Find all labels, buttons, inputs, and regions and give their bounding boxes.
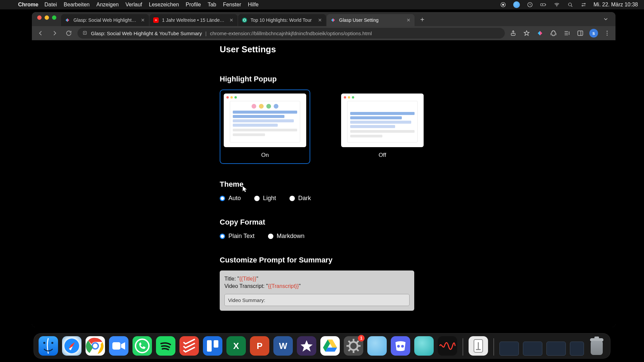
radio-icon xyxy=(254,196,260,201)
tab-close-icon[interactable]: ✕ xyxy=(406,17,411,23)
tab-close-icon[interactable]: ✕ xyxy=(229,17,234,23)
radio-icon xyxy=(268,234,273,239)
dock-app-powerpoint[interactable]: P xyxy=(250,336,269,356)
svg-point-18 xyxy=(43,342,45,344)
menu-hilfe[interactable]: Hilfe xyxy=(248,2,259,8)
menu-fenster[interactable]: Fenster xyxy=(223,2,241,8)
dock-app-safari[interactable] xyxy=(62,336,82,356)
glasp-extension-icon[interactable] xyxy=(535,28,545,38)
svg-rect-4 xyxy=(545,4,546,5)
dock-app-spotify[interactable] xyxy=(156,336,175,356)
dock: X P W 1 xyxy=(34,333,610,359)
side-panel-button[interactable] xyxy=(575,28,585,38)
dock-minimized-window[interactable] xyxy=(546,342,566,356)
radio-icon xyxy=(289,196,295,201)
dock-app-finder[interactable] xyxy=(39,336,58,356)
dock-app-todoist[interactable] xyxy=(179,336,199,356)
tab-youtube-weltreise[interactable]: 1 Jahr Weltreise • 15 Länder • ... ✕ xyxy=(150,14,237,26)
toolbar: Glasp: Social Web Highlight & YouTube Su… xyxy=(32,26,615,40)
dock-trash[interactable] xyxy=(588,336,605,356)
reload-button[interactable] xyxy=(63,28,74,39)
svg-rect-24 xyxy=(112,342,120,350)
chrome-menu-button[interactable] xyxy=(602,28,612,38)
dock-minimized-window[interactable] xyxy=(523,342,542,356)
menu-verlauf[interactable]: Verlauf xyxy=(125,2,142,8)
highlight-popup-option-on[interactable]: On xyxy=(220,89,310,164)
fullscreen-window-icon[interactable] xyxy=(52,15,56,20)
profile-avatar[interactable]: s xyxy=(589,28,599,38)
svg-point-17 xyxy=(607,35,608,36)
theme-radio-light[interactable]: Light xyxy=(254,195,276,202)
menu-tab[interactable]: Tab xyxy=(208,2,216,8)
copyformat-radio-markdown[interactable]: Markdown xyxy=(268,233,305,240)
bookmark-button[interactable] xyxy=(522,28,532,38)
radio-label: Dark xyxy=(298,195,311,202)
menu-anzeigen[interactable]: Anzeigen xyxy=(96,2,119,8)
back-button[interactable] xyxy=(35,28,46,39)
highlight-popup-option-off[interactable]: Off xyxy=(337,89,428,164)
section-title: Customize Prompt for Summary xyxy=(220,256,428,264)
page-viewport[interactable]: User Settings Highlight Popup xyxy=(32,40,615,327)
prompt-line-1: Title: "{{Title}}" xyxy=(224,276,410,282)
theme-radio-dark[interactable]: Dark xyxy=(289,195,311,202)
new-tab-button[interactable]: ＋ xyxy=(417,14,427,24)
search-icon[interactable] xyxy=(567,1,574,8)
tab-close-icon[interactable]: ✕ xyxy=(317,17,323,23)
menu-lesezeichen[interactable]: Lesezeichen xyxy=(149,2,179,8)
dock-app-chrome[interactable] xyxy=(86,336,105,356)
battery-icon[interactable] xyxy=(540,1,547,8)
tab-list-button[interactable] xyxy=(601,14,611,24)
menu-bearbeiten[interactable]: Bearbeiten xyxy=(64,2,90,8)
menubar-clock[interactable]: Mi. 22. März 10:38 xyxy=(594,2,638,8)
reading-list-button[interactable] xyxy=(562,28,572,38)
dock-minimized-window[interactable] xyxy=(499,342,519,356)
dock-app-excel[interactable]: X xyxy=(226,336,246,356)
share-button[interactable] xyxy=(508,28,518,38)
popup-off-preview xyxy=(341,94,424,147)
control-center-icon[interactable] xyxy=(580,1,587,8)
window-traffic-lights[interactable] xyxy=(35,15,60,23)
dock-app-whatsapp[interactable] xyxy=(132,336,152,356)
siri-icon[interactable] xyxy=(513,1,520,8)
dock-app-word[interactable]: W xyxy=(273,336,293,356)
dock-app-discord[interactable] xyxy=(391,336,410,356)
option-label: Off xyxy=(341,152,424,159)
menu-datei[interactable]: Datei xyxy=(44,2,57,8)
theme-radio-auto[interactable]: Auto xyxy=(220,195,241,202)
extensions-button[interactable] xyxy=(548,28,558,38)
forward-button[interactable] xyxy=(49,28,60,39)
tab-close-icon[interactable]: ✕ xyxy=(140,17,146,23)
section-highlight-popup: Highlight Popup xyxy=(220,75,428,164)
dock-app-generic-teal[interactable] xyxy=(414,336,434,356)
address-bar[interactable]: Glasp: Social Web Highlight & YouTube Su… xyxy=(77,28,505,39)
tab-top10-highlights[interactable]: Top 10 Highlights: World Tour ✕ xyxy=(238,14,326,26)
svg-rect-27 xyxy=(214,340,218,348)
dock-app-trello[interactable] xyxy=(203,336,222,356)
section-title: Highlight Popup xyxy=(220,75,428,83)
dock-app-imovie[interactable] xyxy=(297,336,316,356)
svg-point-25 xyxy=(136,339,149,353)
popup-on-preview xyxy=(224,94,306,147)
svg-point-30 xyxy=(401,345,404,348)
radio-label: Light xyxy=(263,195,276,202)
tab-glasp-settings[interactable]: Glasp User Setting ✕ xyxy=(327,14,415,26)
wifi-icon[interactable] xyxy=(553,1,560,8)
prompt-summary-input[interactable] xyxy=(224,294,410,306)
clock-status-icon[interactable] xyxy=(527,1,533,8)
svg-point-28 xyxy=(350,342,358,350)
minimize-window-icon[interactable] xyxy=(45,15,49,20)
dock-app-generic-white[interactable] xyxy=(469,336,488,356)
tab-glasp-highlight[interactable]: Glasp: Social Web Highlight & ... ✕ xyxy=(61,14,149,26)
dock-app-gdrive[interactable] xyxy=(320,336,340,356)
dock-app-zoom[interactable] xyxy=(109,336,128,356)
dock-app-settings[interactable]: 1 xyxy=(344,336,363,356)
dock-app-voice-memos[interactable] xyxy=(438,336,457,356)
menubar-app-name[interactable]: Chrome xyxy=(18,2,38,8)
tab-strip: Glasp: Social Web Highlight & ... ✕ 1 Ja… xyxy=(32,12,615,26)
menu-profile[interactable]: Profile xyxy=(186,2,201,8)
close-window-icon[interactable] xyxy=(37,15,42,20)
dock-app-generic-blue[interactable] xyxy=(367,336,387,356)
copyformat-radio-plaintext[interactable]: Plain Text xyxy=(220,233,255,240)
dock-minimized-window[interactable] xyxy=(570,342,584,356)
record-status-icon[interactable] xyxy=(500,1,506,8)
